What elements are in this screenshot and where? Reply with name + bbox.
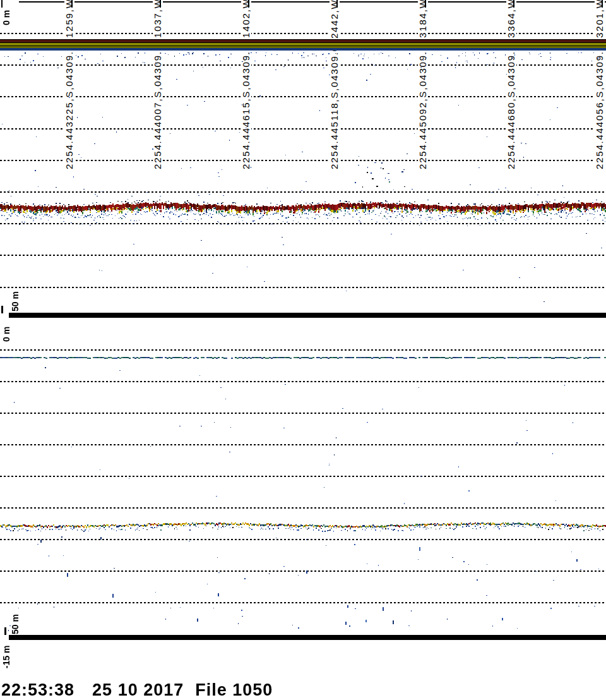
panel-divider-2 — [9, 635, 606, 640]
gps-position-label: 2254.444615,S,04309.091402,W — [241, 0, 251, 170]
depth-gridline — [0, 539, 606, 540]
gps-fix-tick — [336, 0, 338, 8]
depth-gridline — [0, 570, 606, 572]
depth-gridline — [0, 255, 606, 256]
status-bar: 22:53:3825 10 2017File 1050 — [1, 680, 273, 700]
status-file: File 1050 — [195, 680, 273, 699]
panel1-depth-top-label: 0 m — [2, 10, 11, 25]
panel2-depth-top-label: 0 m — [2, 327, 11, 342]
next-panel-offset-label: -15 m — [2, 645, 11, 668]
panel1-surface-line — [19, 1, 606, 3]
depth-gridline — [0, 444, 606, 445]
gps-fix-tick — [513, 0, 514, 8]
gps-position-label: 2254.445118,S,04309.092442,W — [330, 0, 340, 170]
divider2-left-tick — [4, 627, 6, 635]
gps-position-label: 2254.445092,S,04309.093184,W — [418, 0, 428, 170]
depth-gridline — [0, 381, 606, 382]
depth-gridline — [0, 602, 606, 603]
echogram-screen: 2254.443225,S,04309.091259,W2254.444007,… — [0, 0, 606, 700]
depth-gridline — [0, 476, 606, 477]
gps-position-label: 2254.444056,S,04309.093201,W — [595, 0, 605, 170]
panel1-depth-bottom-label: 50 m — [11, 291, 20, 311]
depth-gridline — [0, 507, 606, 509]
gps-fix-tick — [160, 0, 161, 8]
gps-fix-tick — [425, 0, 426, 8]
gps-fix-tick — [71, 0, 73, 8]
gps-position-label: 2254.444007,S,04309.091037,W — [153, 0, 163, 170]
depth-gridline — [0, 191, 606, 193]
gps-fix-tick — [248, 0, 249, 8]
divider1-left-tick — [1, 306, 3, 313]
file-start-tick — [1, 0, 3, 8]
gps-position-label: 2254.443225,S,04309.091259,W — [64, 0, 74, 170]
panel-divider-1 — [9, 313, 606, 318]
gps-fix-tick — [602, 0, 603, 8]
status-time: 22:53:38 — [1, 680, 74, 699]
depth-gridline — [0, 223, 606, 224]
depth-gridline — [0, 413, 606, 414]
depth-gridline — [0, 287, 606, 288]
panel1-transmit-pulse-band — [0, 39, 606, 51]
depth-gridline — [0, 349, 606, 351]
panel2-depth-bottom-label: 50 m — [11, 614, 20, 634]
gps-position-label: 2254.444680,S,04309.093364,W — [506, 0, 516, 170]
transmit-band-stripe — [0, 48, 606, 51]
status-date: 25 10 2017 — [92, 680, 184, 699]
